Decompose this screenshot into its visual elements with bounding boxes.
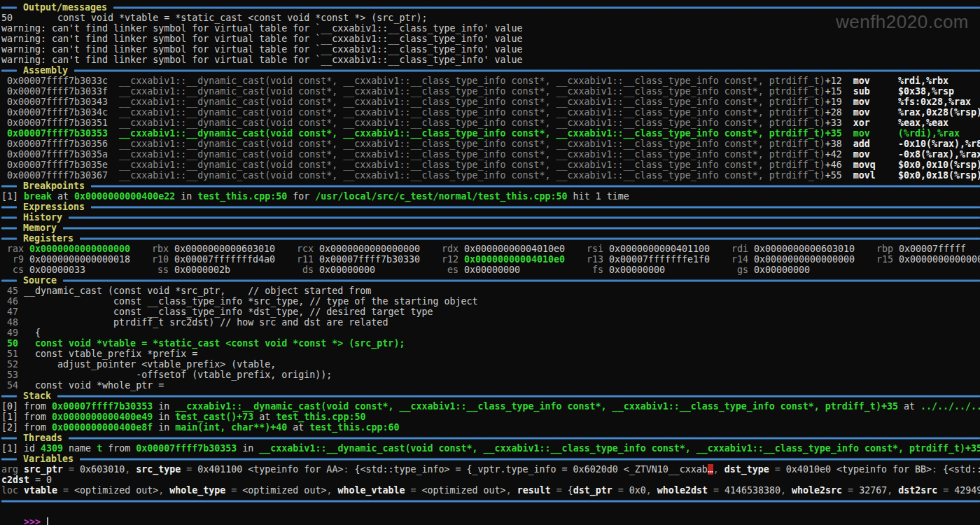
text-segment: {	[24, 328, 41, 338]
text-segment: 49	[1, 328, 24, 338]
text-segment: +19	[825, 97, 842, 107]
text-segment: -offsetof (vtable_prefix, origin));	[24, 370, 332, 380]
register-name: rbp	[871, 244, 899, 254]
text-segment: <optimized out>	[242, 485, 326, 496]
text-segment: 0x00007ffff7b3035e	[1, 160, 108, 170]
text-segment: test_cast()+73	[175, 412, 253, 422]
text-segment: =	[769, 464, 786, 475]
text-segment: +42	[825, 149, 842, 160]
panel-header-history: History	[1, 212, 980, 223]
text-segment: {<std::type_info> = {_vptr.type_info = 0…	[354, 464, 707, 475]
text-segment: warning: can't find linker symbol for vi…	[1, 23, 523, 34]
text-segment: name	[63, 443, 97, 454]
text-segment: in	[153, 401, 175, 412]
text-segment: t	[97, 443, 102, 454]
output-line: warning: can't find linker symbol for vi…	[1, 34, 980, 44]
text-segment: =	[181, 464, 197, 475]
register-value: 0x0000000000000018	[29, 254, 130, 265]
source-line: 52 adjust_pointer <vtable_prefix> (vtabl…	[1, 359, 980, 370]
text-segment: mov %rdi,%rbx	[842, 76, 948, 86]
divider-line	[69, 216, 980, 219]
prompt-space	[41, 517, 46, 525]
text-segment: break	[24, 191, 52, 202]
text-segment: 0x0	[629, 485, 646, 496]
text-segment: vtable	[24, 485, 57, 496]
output-line: warning: can't find linker symbol for vi…	[1, 44, 980, 55]
stack-line: [1] from 0x0000000000400e49 in test_cast…	[1, 412, 980, 422]
text-segment: main(int, char**)+40	[175, 422, 287, 433]
text-segment: mov %rax,0x28(%rsp)	[842, 107, 980, 118]
text-segment: ptrdiff_t src2dst) // how src and dst ar…	[24, 317, 388, 328]
divider-line	[1, 237, 17, 240]
text-segment: 0x00007ffff7b3033c	[1, 76, 108, 86]
text-segment: 4309	[41, 443, 63, 454]
text-segment: in	[175, 191, 197, 202]
breakpoints-line: [1] break at 0x0000000000400e22 in test_…	[1, 191, 980, 202]
register-value: 0x00007ffff7b30330	[319, 254, 420, 265]
text-segment: =	[612, 485, 629, 496]
register-rsi: rsi 0x0000000000401100	[581, 244, 726, 254]
panel-title-history: History	[23, 212, 62, 223]
text-segment: =	[225, 485, 242, 496]
register-name: r14	[726, 254, 754, 265]
text-segment: __cxxabiv1::__dynamic_cast(void const*, …	[108, 107, 825, 118]
register-fs: fs 0x00000000	[581, 265, 726, 275]
output-line: warning: can't find linker symbol for vi…	[1, 23, 980, 34]
text-segment: 0x00007ffff7b30356	[1, 139, 108, 149]
text-segment: =	[842, 485, 859, 496]
panel-title-stack: Stack	[23, 391, 51, 401]
source-line: 47 const __class_type_info *dst_type, //…	[1, 307, 980, 317]
registers-row: cs 0x00000033 ss 0x0000002b ds 0x0000000…	[1, 265, 980, 275]
divider-line	[1, 437, 17, 440]
panel-header-stack: Stack	[1, 391, 980, 401]
source-line: 48 ptrdiff_t src2dst) // how src and dst…	[1, 317, 980, 328]
registers-row: rax 0x0000000000000000 rbx 0x00000000006…	[1, 244, 980, 254]
text-segment: dst_type	[724, 464, 769, 475]
register-value: 0x0000000000000000	[29, 244, 130, 254]
text-segment: 53	[1, 370, 24, 380]
assembly-row: 0x00007ffff7b3034c __cxxabiv1::__dynamic…	[1, 107, 980, 118]
text-segment: mov %fs:0x28,%rax	[842, 97, 971, 107]
text-segment: 45	[1, 286, 24, 296]
register-name: r11	[291, 254, 319, 265]
variables-line: loc vtable = <optimized out>, whole_type…	[1, 485, 980, 496]
text-segment: [0] from	[1, 401, 52, 412]
prompt-symbol: >>>	[24, 517, 41, 525]
panel-title-breakpoints: Breakpoints	[23, 181, 85, 191]
text-cursor[interactable]	[47, 517, 48, 525]
text-segment: 0x603010	[80, 464, 125, 475]
register-r15: r15 0x0000000000000	[871, 254, 980, 265]
text-segment: movq $0x0,0x10(%rsp)	[842, 160, 980, 170]
text-segment: __cxxabiv1::__dynamic_cast(void const*, …	[108, 160, 825, 170]
divider-line	[1, 216, 17, 219]
panel-header-assembly: Assembly	[1, 65, 980, 76]
register-name: rsi	[581, 244, 609, 254]
register-rdi: rdi 0x0000000000603010	[726, 244, 871, 254]
text-segment: 0x4010e0 <typeinfo for BB>	[786, 464, 932, 475]
text-segment: 0x00007ffff7b3035a	[1, 149, 108, 160]
text-segment: 46	[1, 296, 24, 307]
text-segment: 0x00007ffff7b30367	[1, 170, 108, 181]
text-segment: +55	[825, 170, 842, 181]
divider-line	[1, 69, 17, 72]
text-segment: __cxxabiv1::__dynamic_cast(void const*, …	[108, 170, 825, 181]
text-segment: {<std::	[943, 464, 980, 475]
divider-line	[1, 500, 980, 503]
panel-header-breakpoints: Breakpoints	[1, 181, 980, 191]
divider-line	[80, 237, 980, 240]
text-segment: movl $0x0,0x18(%rsp)	[842, 170, 980, 181]
text-segment: 54	[1, 380, 24, 391]
source-line: 45 __dynamic_cast (const void *src_ptr, …	[1, 286, 980, 296]
command-prompt[interactable]: >>>	[1, 506, 980, 517]
text-segment: 0x00007ffff7b30353	[136, 443, 237, 454]
register-r9: r9 0x0000000000000018	[1, 254, 146, 265]
register-name: r15	[871, 254, 899, 265]
register-name: cs	[1, 265, 29, 275]
text-segment: +46	[825, 160, 842, 170]
panel-title-variables: Variables	[23, 454, 74, 464]
text-segment: __cxxabiv1::__dynamic_cast(void const*, …	[108, 139, 825, 149]
text-segment: __cxxabiv1::__dynamic_cast(void const*, …	[108, 97, 825, 107]
divider-line	[57, 395, 980, 398]
watermark: wenfh2020.com	[836, 17, 969, 27]
assembly-row: 0x00007ffff7b3033f __cxxabiv1::__dynamic…	[1, 86, 980, 97]
